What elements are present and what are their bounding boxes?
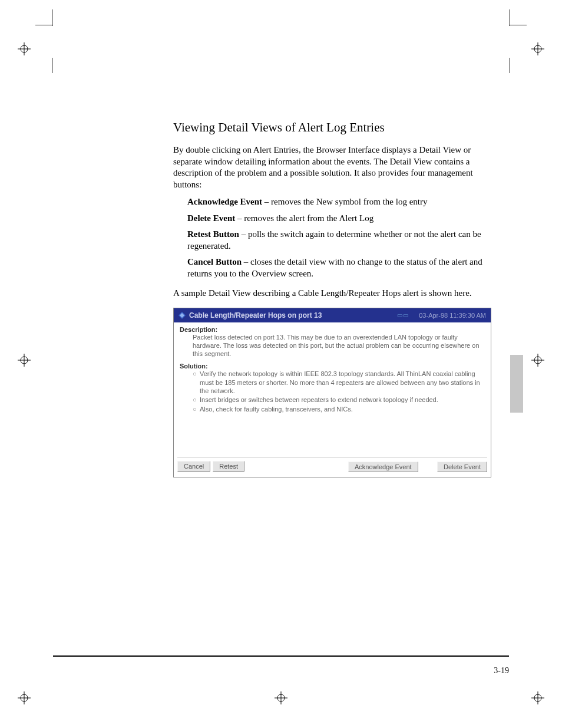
svg-point-6: [21, 357, 28, 364]
svg-point-18: [534, 694, 541, 701]
solution-item: ○Also, check for faulty cabling, transce…: [193, 405, 485, 413]
crop-line: [509, 25, 527, 25]
detail-button-bar: Cancel Retest Acknowledge Event Delete E…: [174, 457, 491, 477]
description-text: Packet loss detected on port 13. This ma…: [193, 333, 485, 358]
detail-title: Cable Length/Repeater Hops on port 13: [189, 311, 322, 319]
solution-item: ○Verify the network topology is within I…: [193, 370, 485, 395]
svg-point-3: [534, 45, 541, 52]
crop-line: [510, 58, 510, 73]
detail-timestamp: 03-Apr-98 11:39:30 AM: [419, 312, 486, 319]
crop-line: [510, 9, 510, 26]
detail-titlebar: Cable Length/Repeater Hops on port 13 ▭▭…: [174, 308, 491, 322]
list-item: Retest Button – polls the switch again t…: [187, 229, 491, 252]
registration-mark-icon: [18, 354, 31, 367]
delete-event-button[interactable]: Delete Event: [437, 462, 487, 472]
registration-mark-icon: [531, 354, 544, 367]
detail-view-window: Cable Length/Repeater Hops on port 13 ▭▭…: [173, 308, 491, 477]
svg-point-0: [21, 45, 28, 52]
solution-label: Solution:: [180, 363, 485, 370]
crop-line: [35, 25, 53, 25]
svg-point-9: [534, 357, 541, 364]
svg-point-12: [21, 694, 28, 701]
intro-paragraph: By double clicking on Alert Entries, the…: [173, 144, 491, 190]
registration-mark-icon: [531, 42, 544, 55]
detail-body: Description: Packet loss detected on por…: [174, 322, 491, 457]
solution-list: ○Verify the network topology is within I…: [193, 370, 485, 413]
acknowledge-event-button[interactable]: Acknowledge Event: [348, 462, 418, 472]
list-item: Delete Event – removes the alert from th…: [187, 213, 491, 225]
list-item: Cancel Button – closes the detail view w…: [187, 256, 491, 279]
registration-mark-icon: [18, 42, 31, 55]
crop-line: [52, 9, 52, 26]
management-buttons-list: Acknowledge Event – removes the New symb…: [187, 196, 491, 279]
page-number: 3-19: [494, 666, 509, 676]
registration-mark-icon: [531, 691, 544, 704]
svg-point-15: [277, 694, 285, 701]
sample-paragraph: A sample Detail View describing a Cable …: [173, 288, 491, 299]
list-item: Acknowledge Event – removes the New symb…: [187, 196, 491, 208]
diamond-icon: [178, 312, 186, 319]
retest-button[interactable]: Retest: [213, 461, 244, 472]
page-content: Viewing Detail Views of Alert Log Entrie…: [173, 120, 491, 477]
crop-line: [52, 58, 52, 73]
port-icon: ▭▭: [394, 312, 412, 318]
solution-item: ○Insert bridges or switches between repe…: [193, 396, 485, 404]
side-tab: [510, 355, 523, 413]
registration-mark-icon: [18, 691, 31, 704]
footer-rule: [53, 655, 509, 657]
registration-mark-icon: [275, 691, 287, 704]
section-heading: Viewing Detail Views of Alert Log Entrie…: [173, 120, 491, 135]
cancel-button[interactable]: Cancel: [177, 461, 210, 472]
description-label: Description:: [180, 326, 485, 333]
